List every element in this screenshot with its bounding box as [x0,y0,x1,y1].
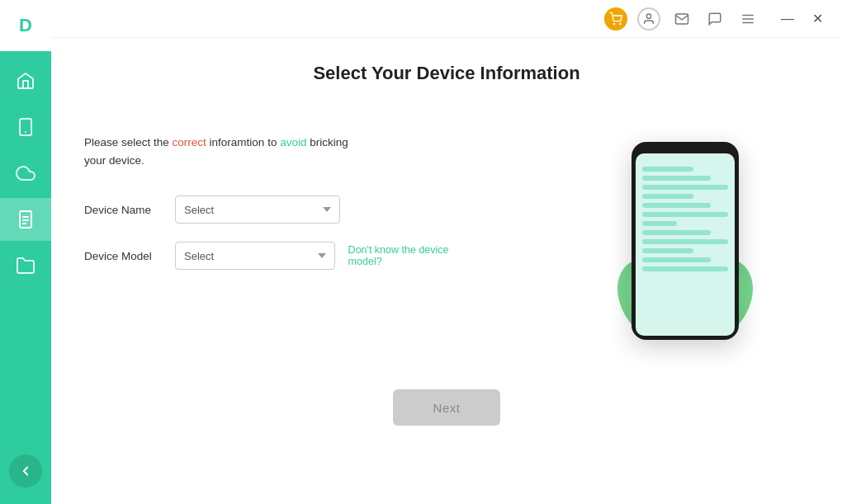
back-button[interactable] [9,455,42,488]
cart-icon [609,12,622,26]
cloud-icon [16,163,35,183]
svg-point-6 [613,23,614,24]
device-model-label: Device Model [84,250,175,262]
screen-line-9 [642,239,728,244]
chat-icon [707,12,722,26]
device-model-select[interactable]: Select [175,242,335,270]
cart-icon-button[interactable] [604,7,627,31]
screen-line-1 [642,167,693,172]
folder-icon [16,256,35,276]
next-button[interactable]: Next [393,389,500,426]
home-icon [16,71,35,91]
screen-line-3 [642,185,728,190]
phone-wrapper [632,142,739,340]
app-logo: D [0,0,51,51]
screen-line-10 [642,248,693,253]
dont-know-link[interactable]: Don't know the device model? [348,244,480,267]
close-button[interactable]: ✕ [806,7,829,31]
svg-point-8 [646,14,650,18]
sidebar-item-cloud[interactable] [0,152,51,195]
menu-icon-button[interactable] [736,7,759,31]
info-icon [16,210,35,229]
phone-screen [636,153,735,336]
svg-point-7 [620,23,621,24]
phone-icon [16,117,35,137]
main-area: — ✕ Select Your Device Information Pleas… [51,0,842,504]
user-icon [642,12,655,26]
minimize-button[interactable]: — [776,7,799,31]
titlebar: — ✕ [51,0,842,38]
sidebar-nav [0,51,51,455]
sidebar-item-files[interactable] [0,244,51,287]
screen-line-11 [642,257,711,262]
menu-icon [740,12,755,26]
sidebar-item-phone[interactable] [0,106,51,148]
device-model-row: Device Model Select Don't know the devic… [84,242,480,270]
screen-line-5 [642,203,711,208]
mail-icon-button[interactable] [670,7,693,31]
sidebar-item-info[interactable] [0,198,51,241]
content-area: Select Your Device Information Please se… [51,38,842,504]
left-section: Please select the correct inforamtion to… [84,125,480,288]
screen-line-4 [642,194,693,199]
window-controls: — ✕ [776,7,829,31]
mail-icon [674,12,689,26]
screen-line-12 [642,266,728,271]
page-title: Select Your Device Information [313,63,579,84]
chat-icon-button[interactable] [703,7,726,31]
device-name-label: Device Name [84,204,175,216]
phone-body [632,142,739,340]
sidebar-item-home[interactable] [0,59,51,102]
highlight-avoid: avoid [280,136,306,148]
highlight-correct: correct [173,136,206,148]
phone-illustration [561,125,809,356]
device-name-row: Device Name Select [84,195,480,224]
profile-icon-button[interactable] [637,7,660,31]
screen-line-8 [642,230,711,235]
description-text: Please select the correct inforamtion to… [84,134,480,169]
content-body: Please select the correct inforamtion to… [84,125,809,356]
phone-notch [675,147,695,152]
screen-line-6 [642,212,728,217]
device-name-select[interactable]: Select [175,195,340,224]
sidebar: D [0,0,51,504]
back-icon [18,464,33,478]
screen-line-7 [642,221,677,226]
screen-line-2 [642,176,711,181]
